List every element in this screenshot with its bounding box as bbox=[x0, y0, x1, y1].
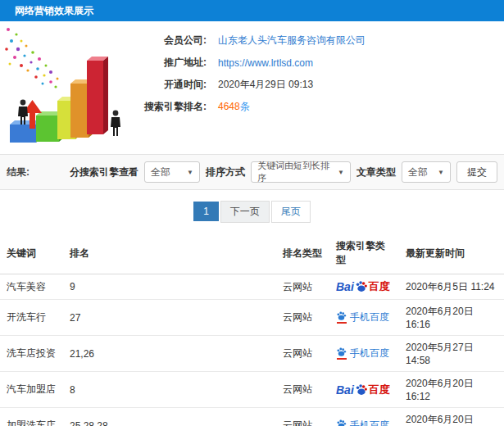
rank-link[interactable]: 27 bbox=[63, 300, 276, 336]
engine-type-cell: 手机百度 bbox=[329, 300, 399, 336]
account-info-section: 会员公司: 山东老人头汽车服务咨询有限公司 推广地址: https://www.… bbox=[0, 21, 504, 154]
baidu-paw-icon bbox=[355, 383, 368, 397]
businessman-right bbox=[111, 111, 120, 136]
engine-rank-label: 搜索引擎排名: bbox=[139, 100, 207, 114]
header-updated: 最新更新时间 bbox=[399, 233, 504, 274]
rank-type-cell: 云网站 bbox=[276, 408, 329, 426]
member-company-link[interactable]: 山东老人头汽车服务咨询有限公司 bbox=[218, 34, 366, 48]
mobile-baidu-paw-icon bbox=[336, 347, 347, 360]
mobile-baidu-paw-icon bbox=[336, 419, 347, 426]
rank-type-cell: 云网站 bbox=[276, 372, 329, 408]
sort-filter-label: 排序方式 bbox=[206, 165, 245, 179]
result-label: 结果: bbox=[7, 165, 30, 179]
bar-red bbox=[87, 57, 108, 134]
keyword-cell: 加盟洗车店 bbox=[0, 408, 63, 426]
rank-type-cell: 云网站 bbox=[276, 336, 329, 372]
chevron-down-icon: ▼ bbox=[438, 169, 444, 176]
rank-type-cell: 云网站 bbox=[276, 274, 329, 300]
updated-time-cell: 2020年6月20日 16:11 bbox=[399, 408, 504, 426]
submit-button[interactable]: 提交 bbox=[456, 161, 497, 183]
table-header-row: 关键词 排名 排名类型 搜索引擎类型 最新更新时间 bbox=[0, 233, 504, 274]
rank-link[interactable]: 9 bbox=[63, 274, 276, 300]
results-table-body: 汽车美容 9 云网站 Bai 百度 2020年6月5日 11:24 开洗车行 2… bbox=[0, 274, 504, 426]
page-title: 网络营销效果展示 bbox=[15, 5, 93, 16]
engine-type-cell: Bai 百度 bbox=[329, 274, 399, 300]
mobile-baidu-paw-icon bbox=[336, 311, 347, 324]
open-time-value: 2020年4月29日 09:13 bbox=[218, 78, 313, 92]
pagination: 1下一页尾页 bbox=[0, 190, 504, 233]
rank-link[interactable]: 21,26 bbox=[63, 336, 276, 372]
engine-type-cell: 手机百度 bbox=[329, 408, 399, 426]
mobile-baidu-logo: 手机百度 bbox=[336, 347, 389, 360]
filter-controls: 分搜索引擎查看 全部 ▼ 排序方式 关键词由短到长排序 ▼ 文章类型 全部 ▼ … bbox=[70, 161, 497, 183]
updated-time-cell: 2020年6月20日 16:16 bbox=[399, 300, 504, 336]
promo-url-row: 推广地址: https://www.lrtlsd.com bbox=[139, 52, 366, 74]
engine-rank-value: 4648条 bbox=[218, 100, 250, 114]
keyword-cell: 汽车加盟店 bbox=[0, 372, 63, 408]
chevron-down-icon: ▼ bbox=[187, 169, 193, 176]
engine-rank-row: 搜索引擎排名: 4648条 bbox=[139, 96, 366, 118]
header-rank-type: 排名类型 bbox=[276, 233, 329, 274]
baidu-logo: Bai 百度 bbox=[336, 279, 390, 294]
header-engine-type: 搜索引擎类型 bbox=[329, 233, 399, 274]
mobile-baidu-logo: 手机百度 bbox=[336, 419, 389, 426]
app-header-bar: 网络营销效果展示 bbox=[0, 0, 504, 21]
engine-type-cell: 手机百度 bbox=[329, 336, 399, 372]
keyword-cell: 开洗车行 bbox=[0, 300, 63, 336]
results-table: 关键词 排名 排名类型 搜索引擎类型 最新更新时间 汽车美容 9 云网站 Bai… bbox=[0, 233, 504, 426]
engine-filter-label: 分搜索引擎查看 bbox=[70, 165, 138, 179]
updated-time-cell: 2020年6月20日 16:12 bbox=[399, 372, 504, 408]
confetti-dots bbox=[5, 28, 58, 88]
keyword-cell: 洗车店投资 bbox=[0, 336, 63, 372]
promo-url-label: 推广地址: bbox=[139, 56, 207, 70]
open-time-row: 开通时间: 2020年4月29日 09:13 bbox=[139, 74, 366, 96]
table-row: 开洗车行 27 云网站 手机百度 2020年6月20日 16:16 bbox=[0, 300, 504, 336]
pagination-last-button[interactable]: 尾页 bbox=[271, 201, 311, 223]
sort-filter-select[interactable]: 关键词由短到长排序 ▼ bbox=[251, 161, 351, 183]
table-row: 洗车店投资 21,26 云网站 手机百度 2020年5月27日 14:58 bbox=[0, 336, 504, 372]
filter-bar: 结果: 分搜索引擎查看 全部 ▼ 排序方式 关键词由短到长排序 ▼ 文章类型 全… bbox=[0, 154, 504, 190]
member-company-row: 会员公司: 山东老人头汽车服务咨询有限公司 bbox=[139, 29, 366, 52]
engine-rank-unit: 条 bbox=[240, 101, 250, 112]
growth-chart-illustration bbox=[0, 21, 139, 152]
rank-type-cell: 云网站 bbox=[276, 300, 329, 336]
updated-time-cell: 2020年5月27日 14:58 bbox=[399, 336, 504, 372]
member-company-label: 会员公司: bbox=[139, 34, 207, 48]
pagination-next-button[interactable]: 下一页 bbox=[220, 201, 270, 223]
rank-link[interactable]: 8 bbox=[63, 372, 276, 408]
article-type-select[interactable]: 全部 ▼ bbox=[402, 161, 451, 183]
rank-link[interactable]: 25,28,28 bbox=[63, 408, 276, 426]
engine-type-cell: Bai 百度 bbox=[329, 372, 399, 408]
table-row: 加盟洗车店 25,28,28 云网站 手机百度 2020年6月20日 16:11 bbox=[0, 408, 504, 426]
table-row: 汽车加盟店 8 云网站 Bai 百度 2020年6月20日 16:12 bbox=[0, 372, 504, 408]
account-info-fields: 会员公司: 山东老人头汽车服务咨询有限公司 推广地址: https://www.… bbox=[139, 21, 366, 154]
chevron-down-icon: ▼ bbox=[338, 169, 344, 176]
updated-time-cell: 2020年6月5日 11:24 bbox=[399, 274, 504, 300]
baidu-paw-icon bbox=[355, 280, 368, 293]
pagination-page-1[interactable]: 1 bbox=[193, 202, 219, 221]
table-row: 汽车美容 9 云网站 Bai 百度 2020年6月5日 11:24 bbox=[0, 274, 504, 300]
header-rank: 排名 bbox=[63, 233, 276, 274]
engine-rank-count: 4648 bbox=[218, 101, 240, 112]
engine-filter-select[interactable]: 全部 ▼ bbox=[144, 161, 200, 183]
baidu-logo: Bai 百度 bbox=[336, 383, 390, 397]
open-time-label: 开通时间: bbox=[139, 78, 207, 92]
article-type-label: 文章类型 bbox=[356, 165, 396, 179]
mobile-baidu-logo: 手机百度 bbox=[336, 310, 389, 324]
header-keyword: 关键词 bbox=[0, 233, 63, 274]
keyword-cell: 汽车美容 bbox=[0, 274, 63, 300]
promo-url-link[interactable]: https://www.lrtlsd.com bbox=[218, 57, 313, 69]
